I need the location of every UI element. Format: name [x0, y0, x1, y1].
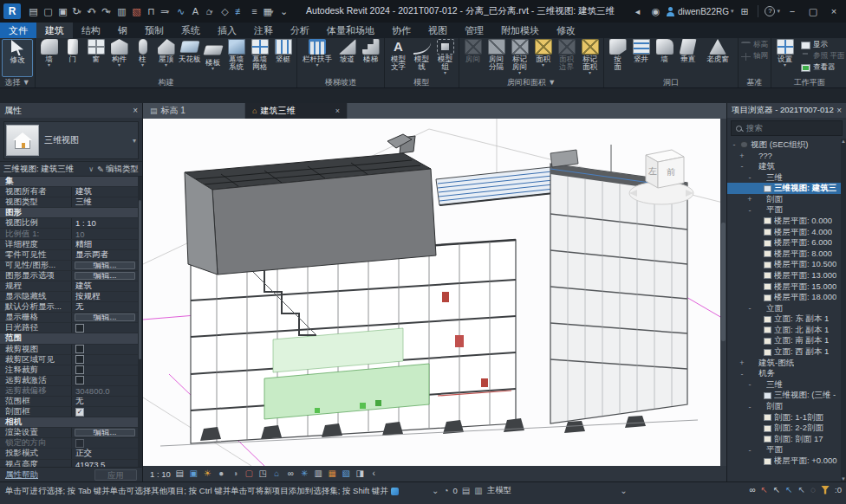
- tree-item[interactable]: - 建筑: [727, 161, 841, 172]
- ribbon-button[interactable]: 屋顶 ▾: [154, 39, 178, 68]
- ribbon-tab[interactable]: 插入: [209, 23, 245, 38]
- view-control-icon[interactable]: ▥: [313, 467, 324, 481]
- ribbon-button[interactable]: 柱 ▾: [131, 39, 154, 68]
- worksets-dialog-icon[interactable]: ▤: [462, 486, 470, 495]
- ribbon-button[interactable]: 模型 文字: [387, 39, 410, 71]
- ribbon-small-button[interactable]: 显示: [801, 40, 844, 50]
- tree-item[interactable]: 楼层平面: 6.000: [727, 237, 841, 249]
- qat-icon[interactable]: ∿: [172, 4, 187, 19]
- qat-icon[interactable]: A: [187, 4, 202, 19]
- ribbon-button[interactable]: 门: [61, 39, 84, 63]
- ribbon-button[interactable]: 窗: [84, 39, 107, 63]
- property-value[interactable]: 显示两者: [72, 250, 138, 260]
- ribbon-button[interactable]: 设置 ▾: [773, 39, 797, 68]
- ribbon-tab[interactable]: 预制: [136, 23, 172, 38]
- qat-icon[interactable]: ≢: [231, 4, 246, 19]
- property-value[interactable]: 10: [72, 229, 138, 238]
- tree-toggle[interactable]: -: [746, 403, 753, 411]
- panel-label-select[interactable]: 选择 ▼: [0, 77, 35, 87]
- qat-icon[interactable]: ▣: [55, 4, 69, 19]
- property-value[interactable]: [72, 438, 138, 448]
- property-value[interactable]: [72, 376, 138, 385]
- ribbon-button[interactable]: 房间 分隔: [485, 39, 508, 71]
- tree-item[interactable]: - 剖面: [727, 401, 841, 412]
- ribbon-tab[interactable]: 注释: [245, 23, 282, 38]
- revit-logo-icon[interactable]: R: [3, 3, 21, 19]
- canvas-scrollbar[interactable]: [720, 119, 726, 466]
- panel-label-room-area[interactable]: 房间和面积 ▼: [459, 77, 603, 87]
- tree-item[interactable]: 剖面: 剖面 17: [727, 434, 841, 445]
- tree-item[interactable]: 楼层平面: 0.000: [727, 216, 841, 227]
- ribbon-tab[interactable]: 分析: [282, 23, 318, 38]
- status-chevron-icon[interactable]: ⌄: [432, 486, 439, 495]
- qat-icon[interactable]: ◇: [217, 4, 231, 19]
- tree-item[interactable]: 三维视图: (三维 -: [727, 391, 841, 402]
- qat-icon[interactable]: ↶▾: [84, 4, 99, 19]
- qat-icon[interactable]: ▢: [40, 4, 55, 19]
- ribbon-small-button[interactable]: 参照 平面: [801, 51, 844, 61]
- view-control-icon[interactable]: ◑: [230, 467, 241, 481]
- property-value[interactable]: 编辑...: [75, 429, 135, 436]
- property-value[interactable]: 无: [72, 302, 138, 312]
- browser-scrollbar[interactable]: [841, 139, 846, 481]
- ribbon-tab[interactable]: 协作: [383, 23, 420, 38]
- tree-toggle[interactable]: -: [746, 380, 753, 389]
- help-caret-icon[interactable]: ▾: [777, 8, 780, 15]
- view-tab-3d[interactable]: ⌂ 建筑三维 ×: [245, 103, 348, 119]
- property-value[interactable]: 无: [72, 397, 138, 406]
- view-control-icon[interactable]: ◨: [355, 467, 366, 481]
- ribbon-small-button[interactable]: 标高: [741, 40, 768, 50]
- ribbon-button[interactable]: 面积 边界: [555, 39, 578, 71]
- tree-toggle[interactable]: -: [746, 206, 753, 215]
- user-caret-icon[interactable]: ▾: [731, 8, 734, 15]
- ribbon-tab[interactable]: 修改: [548, 23, 584, 38]
- tree-item[interactable]: 剖面: 1-1剖面: [727, 412, 841, 423]
- tree-item[interactable]: 楼层平面: 10.500: [727, 260, 841, 271]
- selection-toggle-icon[interactable]: ◌: [810, 485, 816, 494]
- ribbon-button[interactable]: 坡道: [335, 39, 359, 63]
- ribbon-button[interactable]: 天花板: [178, 39, 201, 63]
- ribbon-button[interactable]: 构件 ▾: [107, 39, 131, 68]
- tree-item[interactable]: + 剖面: [727, 194, 841, 205]
- ribbon-button[interactable]: 老虎窗: [700, 39, 736, 63]
- property-value[interactable]: 编辑...: [75, 272, 135, 280]
- property-value[interactable]: [72, 355, 138, 365]
- qat-icon[interactable]: ▥: [114, 4, 128, 19]
- property-value[interactable]: 建筑: [72, 187, 138, 197]
- tree-item[interactable]: 楼层平面: 8.000: [727, 249, 841, 260]
- tree-item[interactable]: - 机务: [727, 368, 841, 379]
- tree-item[interactable]: 立面: 东 副本 1: [727, 314, 841, 326]
- view-control-icon[interactable]: ▤: [174, 467, 185, 481]
- tree-item[interactable]: 楼层平面: +0.000: [727, 456, 841, 467]
- ribbon-tab[interactable]: 体量和场地: [318, 23, 383, 38]
- tree-item[interactable]: 楼层平面: 18.000: [727, 292, 841, 303]
- selection-toggle-icon[interactable]: ↖: [761, 485, 768, 494]
- restore-button[interactable]: ▢: [804, 4, 822, 19]
- property-value[interactable]: 按规程: [72, 292, 138, 301]
- tree-item[interactable]: - 平面: [727, 205, 841, 216]
- help-icon[interactable]: ?: [765, 6, 775, 16]
- qat-icon[interactable]: ▧: [128, 4, 143, 19]
- qat-icon[interactable]: ▤: [25, 4, 40, 19]
- tree-item[interactable]: + 建筑-图纸: [727, 358, 841, 369]
- tree-item[interactable]: 楼层平面: 13.000: [727, 270, 841, 281]
- ribbon-tab[interactable]: 附加模块: [492, 23, 548, 38]
- ribbon-button[interactable]: 竖梃: [271, 39, 295, 63]
- qat-icon[interactable]: ═▾: [158, 4, 172, 19]
- property-value[interactable]: [72, 407, 138, 417]
- ribbon-button[interactable]: 楼梯: [359, 39, 382, 63]
- ribbon-small-button[interactable]: 查看器: [801, 62, 844, 73]
- instance-selector[interactable]: 三维视图: 建筑三维: [3, 164, 85, 175]
- ribbon-button[interactable]: 垂直: [676, 39, 700, 63]
- tree-item[interactable]: 立面: 西 副本 1: [727, 346, 841, 358]
- tree-toggle[interactable]: +: [739, 359, 745, 367]
- ribbon-button[interactable]: 楼板 ▾: [201, 39, 225, 71]
- ribbon-button[interactable]: 标记 房间 ▾: [508, 39, 531, 75]
- view-control-icon[interactable]: ▦: [327, 467, 338, 481]
- ribbon-small-button[interactable]: 轴网: [741, 51, 768, 61]
- view-cube[interactable]: 左 前: [626, 139, 697, 214]
- ribbon-button[interactable]: 墙 ▾: [37, 39, 61, 68]
- design-option-chevron-icon[interactable]: ⌄: [620, 486, 627, 495]
- view-tab-level1[interactable]: ▤ 标高 1: [143, 103, 245, 119]
- property-value[interactable]: 41973.5: [72, 460, 138, 467]
